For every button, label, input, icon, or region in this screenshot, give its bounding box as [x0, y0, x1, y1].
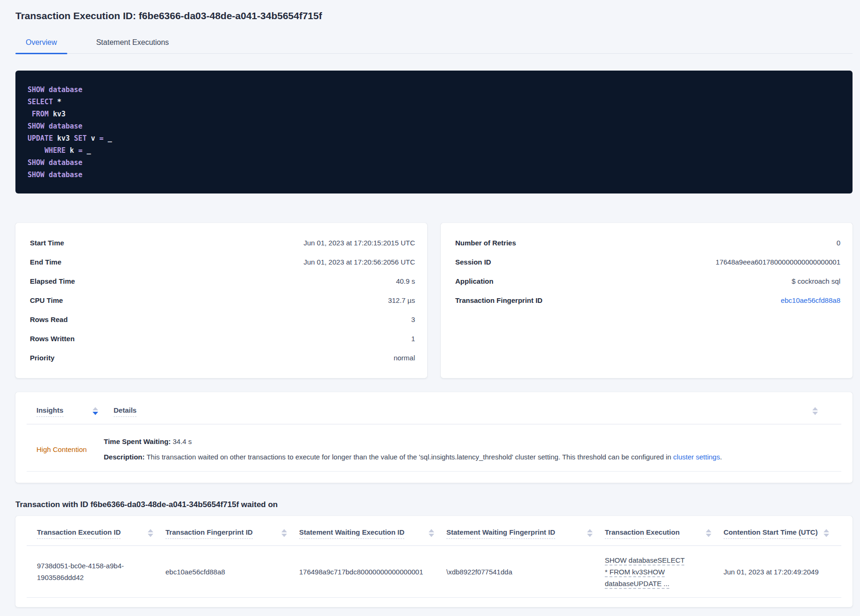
sql-keyword: WHERE: [44, 146, 65, 155]
summary-row: Number of Retries0: [455, 233, 840, 252]
sort-down-arrow-icon: [812, 412, 818, 415]
tabs: OverviewStatement Executions: [15, 38, 853, 54]
summary-row: CPU Time312.7 µs: [30, 291, 415, 310]
summary-row: Rows Written1: [30, 329, 415, 348]
insights-column-header[interactable]: Insights: [36, 406, 64, 417]
sql-keyword: SHOW database: [28, 171, 82, 179]
page: Transaction Execution ID: f6be6366-da03-…: [0, 10, 860, 607]
description-text: This transaction waited on other transac…: [145, 453, 674, 461]
insight-description: Description: This transaction waited on …: [104, 451, 722, 463]
sql-keyword: =: [100, 134, 104, 143]
column-header-transaction-execution-id[interactable]: Transaction Execution ID: [37, 528, 121, 539]
sql-text: [28, 110, 32, 118]
sql-line: SHOW database: [28, 157, 843, 169]
sql-text: kv3: [53, 134, 74, 143]
summary-value: 1: [411, 335, 415, 343]
sort-icon[interactable]: [429, 529, 434, 537]
column-header-transaction-fingerprint-id[interactable]: Transaction Fingerprint ID: [165, 528, 253, 539]
sql-text: [28, 146, 44, 155]
column-header-contention-start-time-utc-[interactable]: Contention Start Time (UTC): [724, 528, 817, 539]
sql-line: SHOW database: [28, 84, 843, 96]
sql-line: FROM kv3: [28, 108, 843, 120]
sort-up-arrow-icon: [93, 407, 98, 410]
sql-line: SHOW database: [28, 169, 843, 181]
page-title: Transaction Execution ID: f6be6366-da03-…: [15, 10, 853, 21]
summary-label: Transaction Fingerprint ID: [455, 296, 543, 304]
sort-icon[interactable]: [281, 529, 287, 537]
column-header-cell: Transaction Execution ID: [27, 528, 165, 539]
sort-icon[interactable]: [824, 529, 829, 537]
transaction-fingerprint-link[interactable]: ebc10ae56cfd88a8: [781, 296, 840, 304]
sort-icon[interactable]: [93, 407, 98, 415]
summary-value: 3: [411, 315, 415, 323]
insights-table-card: Insights Details High Contention Time Sp…: [15, 392, 853, 483]
insights-column-header-cell: Insights: [27, 406, 114, 417]
execution-details-card: Start TimeJun 01, 2023 at 17:20:15:2015 …: [15, 223, 427, 378]
sql-text: _: [82, 146, 91, 155]
sql-keyword: FROM: [32, 110, 49, 118]
summary-label: Session ID: [455, 258, 491, 266]
summary-cards: Start TimeJun 01, 2023 at 17:20:15:2015 …: [15, 223, 853, 378]
cell-statement-waiting-execution-id: 176498a9c717bdc80000000000000001: [299, 566, 446, 578]
sort-down-arrow-icon: [93, 412, 98, 415]
summary-row: Session ID17648a9eea60178000000000000000…: [455, 252, 840, 272]
summary-row: Transaction Fingerprint IDebc10ae56cfd88…: [455, 291, 840, 310]
sql-text: kv3: [49, 110, 65, 118]
summary-label: Start Time: [30, 239, 64, 247]
sort-up-arrow-icon: [812, 407, 818, 410]
column-header-statement-waiting-fingerprint-id[interactable]: Statement Waiting Fingerprint ID: [446, 528, 555, 539]
summary-row: End TimeJun 01, 2023 at 17:20:56:2056 UT…: [30, 252, 415, 272]
sql-statements-box: SHOW databaseSELECT * FROM kv3SHOW datab…: [15, 71, 853, 193]
sql-line: SELECT *: [28, 96, 843, 108]
summary-label: Rows Read: [30, 315, 68, 323]
sort-icon[interactable]: [706, 529, 711, 537]
sql-keyword: SELECT: [28, 98, 53, 106]
contention-start-time-value: Jun 01, 2023 at 17:20:49:2049: [724, 566, 819, 578]
sort-down-arrow-icon: [281, 534, 287, 537]
insight-details: Time Spent Waiting: 34.4 s Description: …: [104, 436, 722, 463]
cell-statement-waiting-fingerprint-id: \xdb8922f077541dda: [446, 566, 605, 578]
sort-up-arrow-icon: [824, 529, 829, 532]
details-column-header[interactable]: Details: [114, 406, 136, 417]
sort-down-arrow-icon: [587, 534, 593, 537]
session-details-card: Number of Retries0Session ID17648a9eea60…: [441, 223, 853, 378]
insights-table-header: Insights Details: [27, 392, 841, 424]
cell-transaction-fingerprint-id: ebc10ae56cfd88a8: [165, 566, 299, 578]
sql-line: WHERE k = _: [28, 144, 843, 157]
sort-down-arrow-icon: [429, 534, 434, 537]
waited-on-table-header: Transaction Execution IDTransaction Fing…: [27, 516, 841, 546]
sql-text: v: [86, 134, 99, 143]
tab-statement-executions[interactable]: Statement Executions: [86, 38, 179, 53]
sort-up-arrow-icon: [281, 529, 287, 532]
column-header-transaction-execution[interactable]: Transaction Execution: [605, 528, 680, 539]
summary-row: Application$ cockroach sql: [455, 272, 840, 291]
summary-value: 40.9 s: [396, 277, 415, 285]
summary-value: normal: [394, 354, 415, 362]
table-row: 9738d051-bc0e-4158-a9b4-1903586ddd42 ebc…: [27, 546, 841, 598]
sql-text: _: [104, 134, 112, 143]
cell-transaction-execution-id: 9738d051-bc0e-4158-a9b4-1903586ddd42: [27, 560, 165, 583]
transaction-execution-link[interactable]: SHOW databaseSELECT * FROM kv3SHOW datab…: [605, 554, 685, 589]
sort-down-arrow-icon: [148, 534, 153, 537]
summary-value: 17648a9eea6017800000000000000001: [716, 258, 840, 266]
sql-line: SHOW database: [28, 120, 843, 132]
summary-label: End Time: [30, 258, 61, 266]
sort-icon[interactable]: [148, 529, 153, 537]
summary-value: 0: [837, 239, 840, 247]
statement-waiting-fingerprint-id-value: \xdb8922f077541dda: [446, 566, 512, 578]
column-header-cell: Transaction Execution: [605, 528, 724, 539]
description-period: .: [720, 453, 722, 461]
cell-transaction-execution: SHOW databaseSELECT * FROM kv3SHOW datab…: [605, 554, 724, 589]
column-header-statement-waiting-execution-id[interactable]: Statement Waiting Execution ID: [299, 528, 404, 539]
statement-waiting-execution-id-value: 176498a9c717bdc80000000000000001: [299, 566, 423, 578]
summary-row: Rows Read3: [30, 310, 415, 329]
tab-overview[interactable]: Overview: [15, 38, 67, 53]
summary-right-rows: Number of Retries0Session ID17648a9eea60…: [455, 233, 840, 310]
sort-down-arrow-icon: [824, 534, 829, 537]
column-header-cell: Transaction Fingerprint ID: [165, 528, 299, 539]
sort-icon[interactable]: [812, 407, 818, 415]
cluster-settings-link[interactable]: cluster settings: [673, 453, 720, 461]
sql-keyword: UPDATE: [28, 134, 53, 143]
summary-row: Elapsed Time40.9 s: [30, 272, 415, 291]
sort-icon[interactable]: [587, 529, 593, 537]
